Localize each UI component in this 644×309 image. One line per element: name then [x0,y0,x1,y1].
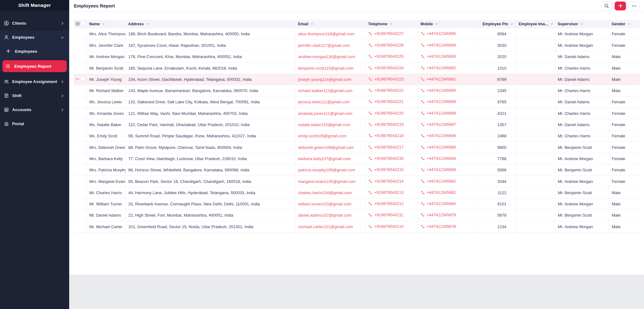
telephone-link[interactable]: +919876543221 [365,96,418,108]
table-row[interactable]: Mrs. Alice Thompson 198, Birch Boulevard… [74,28,640,40]
table-row[interactable]: Ms. Amanda Jones 121, Willow Way, Vashi,… [74,108,640,119]
telephone-link[interactable]: +919876543214 [365,176,418,187]
email-link[interactable]: natalie.baker110@gmail.com [295,119,365,130]
column-header-telephone[interactable]: Telephone [365,20,418,28]
row-checkbox[interactable] [81,76,85,81]
telephone-link[interactable]: +919876543216 [365,153,418,164]
email-link[interactable]: margaret.evans105@gmail.com [295,176,365,187]
telephone-link[interactable]: +919876543217 [365,142,418,153]
main-area: Employees Report [69,0,644,309]
email-link[interactable]: daniel.adams102@gmail.com [295,210,365,221]
column-header-employee-image[interactable]: Employee Ima... [516,20,555,28]
table-row[interactable]: Mrs. Patricia Murphy 66, Horizon Street,… [74,164,640,176]
mobile-link[interactable]: +447412345689 [418,96,475,108]
table-row[interactable]: Mr. Benjamin Scott 165, Sequoia Lane, Er… [74,62,640,74]
sidebar-item-employees-sub[interactable]: Employees [0,44,69,58]
sidebar-item-employees-report[interactable]: Employees Report [2,60,67,72]
table-row[interactable]: Mr. Joseph Young 154, Acorn Street, Gach… [74,74,640,85]
more-button[interactable] [628,2,640,10]
mobile-link[interactable]: +447412345684 [418,153,475,164]
mobile-link[interactable]: +447412345679 [418,210,475,221]
mobile-link[interactable]: +447412345681 [418,187,475,198]
column-header-gender[interactable]: Gender [609,20,640,28]
table-row[interactable]: Mr. Richard Walker 143, Maple Avenue, Ba… [74,85,640,96]
table-row[interactable]: Ms. Emily Scott 99, Summit Road, Pimple … [74,130,640,142]
email-link[interactable]: emily.scott109@gmail.com [295,130,365,142]
telephone-link[interactable]: +919876543215 [365,164,418,176]
email-link[interactable]: amanda.jones111@gmail.com [295,108,365,119]
table-row[interactable]: Mr. Andrew Morgan 176, Pine Crescent, Kh… [74,51,640,62]
table-row[interactable]: Mr. Daniel Adams 22, High Street, Fort, … [74,210,640,221]
table-row[interactable]: Ms. Natalie Baker 110, Cedar Park, Vaish… [74,119,640,130]
email-link[interactable]: jennifer.clark117@gmail.com [295,40,365,51]
column-header-name[interactable]: Name [86,20,125,28]
email-link[interactable]: joseph.young114@gmail.com [295,74,365,85]
email-link[interactable]: patricia.murphy106@gmail.com [295,164,365,176]
mobile-link[interactable]: +447412345694 [418,40,475,51]
telephone-link[interactable]: +919876543222 [365,85,418,96]
telephone-link[interactable]: +919876543223 [365,74,418,85]
shift-icon [4,93,9,98]
mobile-link[interactable]: +447412345692 [418,62,475,74]
cell-name: Ms. Natalie Baker [86,119,125,130]
mobile-link[interactable]: +447412345690 [418,85,475,96]
telephone-link[interactable]: +919876543219 [365,119,418,130]
email-link[interactable]: andrew.morgan116@gmail.com [295,51,365,62]
select-all-checkbox[interactable] [81,21,85,26]
table-row[interactable]: Mrs. Deborah Green 88, Palm Grove, Mylap… [74,142,640,153]
telephone-link[interactable]: +919876543210 [365,221,418,232]
telephone-link[interactable]: +919876543213 [365,187,418,198]
table-row[interactable]: Mr. William Turner 33, Riverbank Avenue,… [74,198,640,209]
mobile-link[interactable]: +447412345683 [418,164,475,176]
mobile-link[interactable]: +447412345682 [418,176,475,187]
sidebar-item-employees[interactable]: Employees [0,30,69,44]
sidebar-item-clients[interactable]: Clients [0,16,69,30]
email-link[interactable]: deborah.green108@gmail.com [295,142,365,153]
sidebar-item-employee-assignment[interactable]: Employee Assignment [0,75,69,89]
mobile-link[interactable]: +447412345685 [418,142,475,153]
table-row[interactable]: Mr. Charles Harris 44, Harmony Lane, Jub… [74,187,640,198]
mobile-link[interactable]: +447412345687 [418,119,475,130]
mobile-link[interactable]: +447412345688 [418,108,475,119]
email-link[interactable]: barbara.kelly107@gmail.com [295,153,365,164]
mobile-link[interactable]: +447412345691 [418,74,475,85]
email-link[interactable]: benjamin.scott115@gmail.com [295,62,365,74]
telephone-link[interactable]: +919876543225 [365,51,418,62]
mobile-link[interactable]: +447412345686 [418,130,475,142]
telephone-link[interactable]: +919876543212 [365,198,418,209]
mobile-link[interactable]: +447412345678 [418,221,475,232]
telephone-link[interactable]: +919876543211 [365,210,418,221]
column-header-mobile[interactable]: Mobile [418,20,475,28]
email-link[interactable]: richard.walker113@gmail.com [295,85,365,96]
sidebar-item-shift[interactable]: Shift [0,89,69,103]
email-link[interactable]: alice.thompson118@gmail.com [295,28,365,40]
sidebar-item-accounts[interactable]: Accounts [0,103,69,117]
email-link[interactable]: charles.harris104@gmail.com [295,187,365,198]
column-header-employee-pin[interactable]: Employee Pin [475,20,516,28]
telephone-link[interactable]: +919876543226 [365,40,418,51]
table-row[interactable]: Mrs. Margaret Evans 55, Beacon Park, Sec… [74,176,640,187]
table-row[interactable]: Mrs. Jennifer Clark 187, Sycamore Court,… [74,40,640,51]
telephone-link[interactable]: +919876543218 [365,130,418,142]
table-row[interactable]: Ms. Jessica Lewis 132, Oakwood Drive, Sa… [74,96,640,108]
table-row[interactable]: Mrs. Barbara Kelly 77, Crest View, Alamb… [74,153,640,164]
telephone-link[interactable]: +919876543227 [365,28,418,40]
email-link[interactable]: jessica.lewis112@gmail.com [295,96,365,108]
eye-icon[interactable] [75,21,80,26]
column-header-address[interactable]: Address [125,20,295,28]
telephone-link[interactable]: +919876543224 [365,62,418,74]
mobile-link[interactable]: +447412345693 [418,51,475,62]
phone-icon [421,43,425,47]
column-header-supervisor[interactable]: Supervisor [555,20,609,28]
table-row[interactable]: Mr. Michael Carter 101, Greenfield Road,… [74,221,640,232]
column-header-email[interactable]: Email [295,20,365,28]
mobile-link[interactable]: +447412345695 [418,28,475,40]
email-link[interactable]: william.turner103@gmail.com [295,198,365,209]
telephone-link[interactable]: +919876543220 [365,108,418,119]
search-button[interactable] [601,2,612,10]
sidebar-item-portal[interactable]: Portal [0,117,69,131]
row-actions-icon[interactable] [75,77,79,81]
email-link[interactable]: michael.carter101@gmail.com [295,221,365,232]
add-button[interactable] [615,2,626,10]
mobile-link[interactable]: +447412345680 [418,198,475,209]
